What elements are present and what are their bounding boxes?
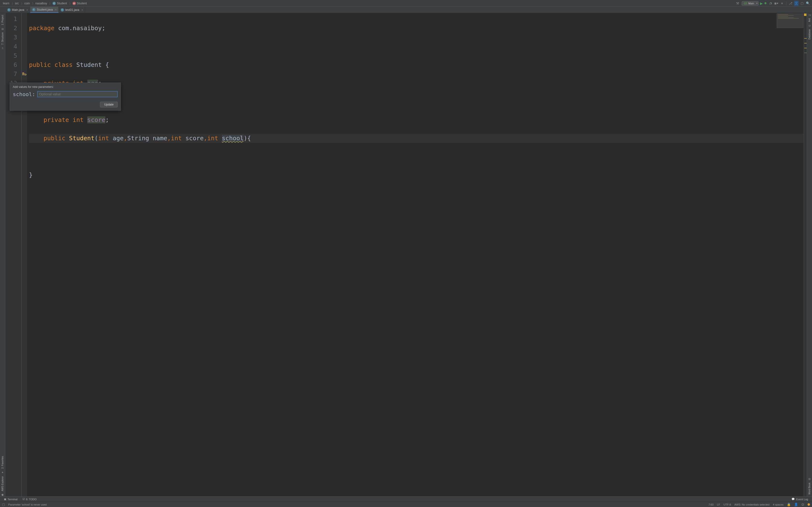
warning-marker[interactable]	[804, 38, 807, 39]
tool-ant[interactable]: Ant	[808, 16, 811, 24]
crumb-src[interactable]: src	[14, 2, 23, 5]
star-icon[interactable]: ★	[1, 471, 4, 474]
build-icon[interactable]: ⚒	[735, 1, 740, 5]
error-stripe[interactable]	[804, 13, 807, 496]
analysis-status-icon[interactable]	[804, 13, 806, 16]
java-class-icon: C	[7, 8, 11, 12]
navigation-bar: learn src com nasaiboy CStudent mStudent…	[0, 0, 812, 7]
tool-structure[interactable]: 7: Structure	[1, 31, 4, 47]
wordbook-icon[interactable]: ▤	[808, 477, 811, 481]
popup-title: Add values for new parameters:	[13, 85, 118, 89]
translate-icon[interactable]: 文	[794, 1, 799, 6]
close-icon[interactable]: ×	[27, 8, 28, 11]
crumb-student-class[interactable]: CStudent	[51, 2, 71, 5]
eventlog-icon: 💬	[792, 498, 795, 501]
close-icon[interactable]: ×	[82, 8, 83, 11]
tool-aws-explorer[interactable]: AWS Explorer	[1, 474, 4, 493]
folder-icon[interactable]: ▤	[1, 27, 4, 31]
update-button[interactable]: Update	[100, 102, 118, 107]
terminal-icon: ▣	[4, 498, 6, 501]
file-encoding[interactable]: UTF-8	[723, 503, 731, 506]
indent-status[interactable]: 4 spaces	[773, 503, 783, 506]
tab-main-java[interactable]: C Main.java ×	[5, 7, 30, 13]
cursor-position[interactable]: 7:60	[708, 503, 713, 506]
class-icon: C	[52, 2, 56, 5]
bottom-tool-bar: ▣Terminal ☑6: TODO 💬Event Log	[0, 496, 812, 502]
aws-status[interactable]: AWS: No credentials selected	[734, 503, 769, 506]
tool-windows-icon[interactable]: ▢	[2, 503, 5, 506]
warning-marker[interactable]	[804, 43, 807, 44]
refactor-popup: Add values for new parameters: school: U…	[10, 82, 121, 111]
aws-icon[interactable]: ⬢	[1, 493, 4, 496]
close-icon[interactable]: ×	[55, 8, 57, 11]
code-area[interactable]: package com.nasaiboy; public class Stude…	[27, 13, 804, 496]
tool-wordbook[interactable]: Word Book	[808, 481, 811, 496]
method-icon: m	[72, 2, 76, 5]
search-icon[interactable]: 🔍	[806, 1, 810, 5]
status-message: Parameter 'school' is never used	[8, 503, 47, 506]
java-class-icon: C	[32, 8, 36, 11]
toolbar-right: ⚒ Main ▶ ✱ ◔ ◉▾ ■ ⎇ 文 ▢ 🔍	[735, 1, 812, 6]
tab-student-java[interactable]: C Student.java ×	[30, 7, 59, 13]
tool-event-log[interactable]: 💬Event Log	[789, 498, 811, 501]
crumb-student-method[interactable]: mStudent	[71, 2, 90, 5]
tool-terminal[interactable]: ▣Terminal	[1, 498, 20, 501]
line-separator[interactable]: LF	[717, 503, 720, 506]
git-icon[interactable]: ⎇	[788, 1, 793, 5]
coverage-icon[interactable]: ◔	[768, 1, 773, 5]
left-tool-rail: 1: Project ▤ 7: Structure ⠿ 2: Favorites…	[0, 13, 5, 496]
run-configuration-selector[interactable]: Main	[742, 1, 759, 6]
memory-icon[interactable]: ⏣	[801, 503, 804, 506]
profiler-icon[interactable]: ◉▾	[774, 1, 778, 5]
param-label: school:	[13, 91, 35, 97]
right-tool-rail: 🐜 Ant ⛁ Database ▤ Word Book	[807, 13, 812, 496]
code-editor[interactable]: 1 2 3 4 5 6 7 12 13 14 R↻ package com.	[5, 13, 807, 496]
warning-marker[interactable]	[804, 48, 807, 48]
project-structure-icon[interactable]: ▢	[800, 1, 804, 5]
stop-icon[interactable]: ■	[780, 1, 784, 5]
editor-tabs: C Main.java × C Student.java × C test01.…	[0, 7, 812, 13]
java-class-icon: C	[61, 8, 64, 12]
code-minimap[interactable]	[777, 13, 803, 28]
breadcrumb: learn src com nasaiboy CStudent mStudent	[0, 2, 90, 5]
tool-todo[interactable]: ☑6: TODO	[20, 498, 39, 501]
database-icon[interactable]: ⛁	[808, 24, 811, 27]
refactor-gutter-icon[interactable]: R↻	[22, 69, 27, 79]
ide-icon[interactable]: ⬢	[807, 503, 810, 506]
tool-database[interactable]: Database	[808, 27, 811, 42]
lock-icon[interactable]: 🔒	[787, 503, 791, 506]
crumb-com[interactable]: com	[23, 2, 35, 5]
run-icon[interactable]: ▶	[760, 1, 763, 5]
tool-project[interactable]: 1: Project	[1, 13, 4, 27]
tab-test01-java[interactable]: C test01.java ×	[59, 7, 85, 13]
tool-favorites[interactable]: 2: Favorites	[1, 454, 4, 470]
param-value-input[interactable]	[37, 91, 118, 97]
ant-icon[interactable]: 🐜	[808, 13, 811, 16]
debug-icon[interactable]: ✱	[764, 1, 767, 5]
crumb-learn[interactable]: learn	[2, 2, 14, 5]
structure-icon[interactable]: ⠿	[1, 47, 4, 50]
todo-icon: ☑	[22, 498, 25, 501]
crumb-nasaiboy[interactable]: nasaiboy	[34, 2, 51, 5]
status-bar: ▢ Parameter 'school' is never used 7:60 …	[0, 502, 812, 507]
inspections-icon[interactable]: 👤	[794, 503, 798, 506]
warning-marker[interactable]	[804, 53, 807, 53]
